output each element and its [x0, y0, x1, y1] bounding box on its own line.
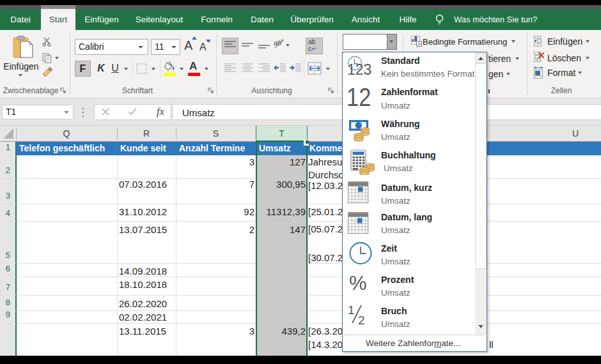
- svg-text:2: 2: [358, 314, 365, 325]
- svg-text:1: 1: [348, 303, 355, 317]
- svg-text:123: 123: [347, 61, 371, 78]
